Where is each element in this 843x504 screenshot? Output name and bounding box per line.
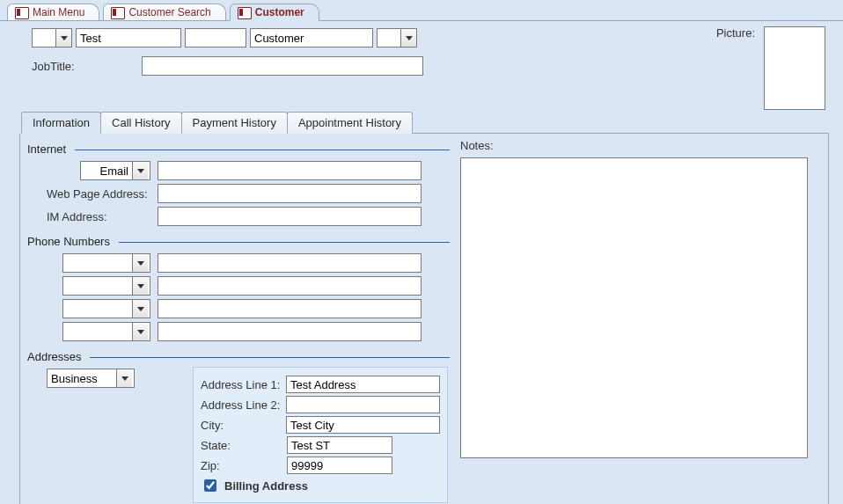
dropdown-arrow-icon[interactable] (400, 29, 416, 47)
address-line2-input[interactable] (286, 396, 440, 413)
jobtitle-label: JobTitle: (32, 60, 75, 73)
address-line1-label: Address Line 1: (201, 378, 281, 391)
tab-information[interactable]: Information (21, 112, 101, 134)
email-type-input[interactable] (81, 162, 132, 179)
form-icon (15, 7, 27, 18)
dropdown-arrow-icon[interactable] (132, 323, 148, 340)
form-icon (111, 7, 123, 18)
billing-address-checkbox[interactable] (204, 479, 216, 492)
address-type-input[interactable] (48, 369, 116, 387)
internet-group: Internet Web Page Address: (27, 139, 450, 226)
state-input[interactable] (287, 436, 392, 454)
phone-type-combo-1[interactable] (62, 253, 150, 273)
tab-information-body: Internet Web Page Address: (19, 134, 829, 504)
tab-payment-history[interactable]: Payment History (181, 112, 288, 134)
middle-name-input[interactable] (185, 28, 246, 47)
zip-label: Zip: (201, 459, 282, 472)
internet-group-label: Internet (27, 142, 66, 156)
web-address-input[interactable] (158, 184, 422, 203)
address-line2-label: Address Line 2: (201, 398, 281, 412)
divider (75, 150, 450, 150)
phone-type-combo-2[interactable] (62, 276, 150, 296)
detail-tab-control: Information Call History Payment History… (19, 111, 829, 504)
picture-area: Picture: (716, 26, 825, 110)
svg-marker-0 (61, 36, 68, 40)
address-detail-box: Address Line 1: Address Line 2: City: (193, 367, 448, 503)
suffix-combo[interactable] (377, 28, 417, 47)
picture-box[interactable] (764, 26, 825, 110)
address-line1-input[interactable] (286, 376, 440, 393)
phone-group-label: Phone Numbers (27, 235, 110, 248)
im-address-label: IM Address: (27, 210, 150, 223)
doc-tab-main-menu[interactable]: Main Menu (7, 4, 99, 20)
dropdown-arrow-icon[interactable] (132, 162, 148, 179)
state-label: State: (201, 439, 282, 452)
title-input[interactable] (33, 29, 55, 47)
phone-input-2[interactable] (158, 276, 422, 296)
svg-marker-6 (137, 330, 144, 334)
customer-form: JobTitle: Picture: Information Call Hist… (0, 21, 843, 504)
svg-marker-2 (137, 169, 144, 173)
tab-call-history[interactable]: Call History (100, 112, 181, 134)
dropdown-arrow-icon[interactable] (132, 254, 148, 272)
phone-type-combo-4[interactable] (62, 322, 150, 341)
svg-marker-4 (137, 284, 144, 289)
notes-textarea[interactable] (460, 157, 808, 458)
picture-label: Picture: (716, 26, 755, 110)
svg-marker-7 (121, 376, 128, 381)
phone-input-1[interactable] (158, 253, 422, 273)
email-input[interactable] (158, 161, 422, 180)
web-address-label: Web Page Address: (27, 187, 150, 201)
divider (90, 357, 450, 358)
phone-type-input-3[interactable] (63, 300, 132, 318)
svg-marker-1 (406, 36, 413, 40)
tab-appointment-history[interactable]: Appointment History (287, 112, 413, 134)
doc-tab-label: Customer Search (128, 6, 210, 18)
dropdown-arrow-icon[interactable] (55, 29, 71, 47)
email-type-combo[interactable] (80, 161, 150, 180)
notes-label: Notes: (460, 139, 821, 152)
dropdown-arrow-icon[interactable] (132, 300, 148, 318)
document-tab-strip: Main Menu Customer Search Customer (0, 0, 843, 21)
address-type-combo[interactable] (47, 369, 135, 388)
zip-input[interactable] (287, 457, 392, 474)
detail-tab-strip: Information Call History Payment History… (21, 111, 829, 134)
phone-input-3[interactable] (158, 299, 422, 318)
phone-type-combo-3[interactable] (62, 299, 150, 318)
svg-marker-5 (137, 307, 144, 311)
billing-address-label: Billing Address (224, 479, 308, 493)
phone-type-input-4[interactable] (63, 323, 132, 340)
im-address-input[interactable] (158, 207, 422, 226)
first-name-input[interactable] (76, 28, 181, 47)
addresses-group-label: Addresses (27, 350, 81, 363)
title-combo[interactable] (32, 28, 72, 47)
phone-group: Phone Numbers (27, 231, 450, 341)
city-label: City: (201, 419, 281, 432)
last-name-input[interactable] (250, 28, 373, 47)
phone-input-4[interactable] (158, 322, 422, 341)
info-right-column: Notes: (460, 139, 821, 504)
dropdown-arrow-icon[interactable] (116, 369, 132, 387)
doc-tab-label: Customer (255, 6, 304, 18)
svg-marker-3 (137, 261, 144, 266)
divider (119, 242, 450, 243)
addresses-group: Addresses Address Line 1: (27, 347, 450, 503)
info-left-column: Internet Web Page Address: (27, 139, 450, 504)
city-input[interactable] (286, 416, 440, 434)
top-name-row (32, 28, 829, 47)
doc-tab-customer-search[interactable]: Customer Search (103, 4, 225, 20)
doc-tab-customer[interactable]: Customer (230, 4, 319, 21)
jobtitle-row: JobTitle: (32, 56, 829, 76)
doc-tab-label: Main Menu (33, 6, 84, 18)
dropdown-arrow-icon[interactable] (132, 277, 148, 295)
phone-type-input-1[interactable] (63, 254, 132, 272)
form-icon (238, 7, 250, 18)
jobtitle-input[interactable] (142, 56, 423, 76)
phone-type-input-2[interactable] (63, 277, 132, 295)
suffix-input[interactable] (378, 29, 400, 47)
